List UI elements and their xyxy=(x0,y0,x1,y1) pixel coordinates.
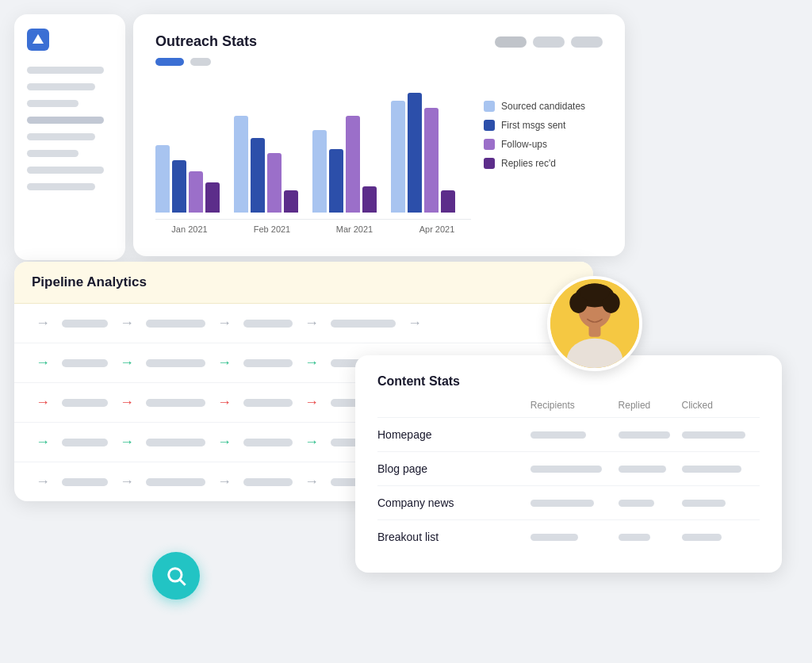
content-row-value xyxy=(619,452,682,486)
data-pill xyxy=(682,500,726,507)
avatar xyxy=(547,276,642,371)
arrow-green: → xyxy=(301,434,323,450)
month-group xyxy=(155,145,220,213)
bar-replies xyxy=(284,190,298,213)
sidebar-nav-item[interactable] xyxy=(27,67,104,74)
month-group xyxy=(312,116,377,213)
month-label: Apr 2021 xyxy=(403,224,471,234)
table-row: Homepage xyxy=(377,418,760,452)
content-row-value xyxy=(530,486,619,520)
content-row-name: Blog page xyxy=(377,452,530,486)
arrow-green: → xyxy=(32,434,54,450)
arrow-green: → xyxy=(116,354,138,371)
pipeline-pill xyxy=(243,439,293,446)
data-pill xyxy=(530,466,602,473)
sidebar-nav-item[interactable] xyxy=(27,183,95,190)
data-pill xyxy=(530,431,586,439)
content-stats-title: Content Stats xyxy=(377,374,760,389)
bar-replies xyxy=(362,186,377,213)
svg-point-9 xyxy=(169,569,182,581)
bar-chart: Jan 2021Feb 2021Mar 2021Apr 2021 xyxy=(155,77,471,234)
arrow-green: → xyxy=(301,354,323,371)
sidebar-nav-item[interactable] xyxy=(27,167,104,174)
pipeline-pill xyxy=(62,320,108,328)
month-labels: Jan 2021Feb 2021Mar 2021Apr 2021 xyxy=(155,220,471,234)
bar-follow xyxy=(346,116,360,213)
outreach-header: Outreach Stats xyxy=(155,33,603,50)
sidebar-nav-item[interactable] xyxy=(27,133,95,140)
pipeline-title: Pipeline Analytics xyxy=(32,274,147,289)
svg-rect-8 xyxy=(589,325,601,337)
legend-color xyxy=(484,158,495,169)
arrow-green: → xyxy=(213,354,236,371)
legend-item: Follow-ups xyxy=(484,139,603,150)
pipeline-pill xyxy=(62,478,108,486)
app-logo xyxy=(27,29,49,51)
arrow-red: → xyxy=(32,394,54,411)
arrow-gray: → xyxy=(213,315,236,332)
sidebar-nav-item[interactable] xyxy=(27,117,104,124)
ctrl-pill-3[interactable] xyxy=(571,36,603,48)
arrow-gray: → xyxy=(32,473,54,490)
bar-group xyxy=(234,116,298,213)
data-pill xyxy=(682,466,741,473)
data-pill xyxy=(619,534,650,541)
arrow-red: → xyxy=(213,394,236,411)
arrow-gray: → xyxy=(116,473,138,490)
bar-first xyxy=(329,149,343,213)
bar-sourced xyxy=(155,145,170,213)
bar-first xyxy=(408,93,422,213)
month-group xyxy=(391,93,455,213)
search-fab[interactable] xyxy=(152,552,200,600)
arrow-green: → xyxy=(32,354,54,371)
pipeline-pill xyxy=(146,399,205,407)
legend-label: Sourced candidates xyxy=(501,101,585,112)
arrow-green: → xyxy=(213,434,236,450)
content-row-value xyxy=(682,486,760,520)
legend-color xyxy=(484,139,495,150)
month-label: Jan 2021 xyxy=(155,224,224,234)
toggle-active[interactable] xyxy=(155,58,184,66)
legend-color xyxy=(484,120,495,131)
pipeline-pill xyxy=(243,399,293,407)
ctrl-pill-1[interactable] xyxy=(495,36,527,48)
data-pill xyxy=(619,466,666,473)
bar-sourced xyxy=(312,130,327,213)
legend-item: First msgs sent xyxy=(484,120,603,131)
col-clicked: Clicked xyxy=(682,400,760,418)
chart-section: Jan 2021Feb 2021Mar 2021Apr 2021 Sourced… xyxy=(155,77,603,234)
content-stats-card: Content Stats Recipients Replied Clicked… xyxy=(355,355,782,573)
data-pill xyxy=(682,534,722,541)
pipeline-row: →→→→→ xyxy=(14,304,593,343)
pipeline-pill xyxy=(331,320,396,328)
ctrl-pill-2[interactable] xyxy=(533,36,565,48)
legend-label: First msgs sent xyxy=(501,120,565,131)
sidebar-nav-item[interactable] xyxy=(27,100,79,107)
legend-color xyxy=(484,101,495,112)
arrow-gray: → xyxy=(301,315,323,332)
sidebar-nav-item[interactable] xyxy=(27,150,79,157)
bar-group xyxy=(391,93,455,213)
month-label: Feb 2021 xyxy=(238,224,306,234)
sidebar-nav-item[interactable] xyxy=(27,83,95,90)
pipeline-pill xyxy=(146,478,205,486)
pipeline-pill xyxy=(146,320,205,328)
outreach-controls xyxy=(495,36,603,48)
outreach-title: Outreach Stats xyxy=(155,33,257,50)
search-icon xyxy=(165,565,187,587)
content-row-value xyxy=(619,486,682,520)
col-name xyxy=(377,400,530,418)
content-table: Recipients Replied Clicked HomepageBlog … xyxy=(377,400,760,554)
content-row-value xyxy=(682,520,760,554)
content-row-name: Company news xyxy=(377,486,530,520)
bars xyxy=(155,77,471,220)
bar-group xyxy=(312,116,377,213)
month-label: Mar 2021 xyxy=(320,224,389,234)
content-table-body: HomepageBlog pageCompany newsBreakout li… xyxy=(377,418,760,554)
content-row-name: Breakout list xyxy=(377,520,530,554)
pipeline-pill xyxy=(146,439,205,446)
toggle-inactive[interactable] xyxy=(190,58,211,66)
pipeline-pill xyxy=(243,359,293,367)
data-pill xyxy=(682,431,745,439)
content-row-name: Homepage xyxy=(377,418,530,452)
